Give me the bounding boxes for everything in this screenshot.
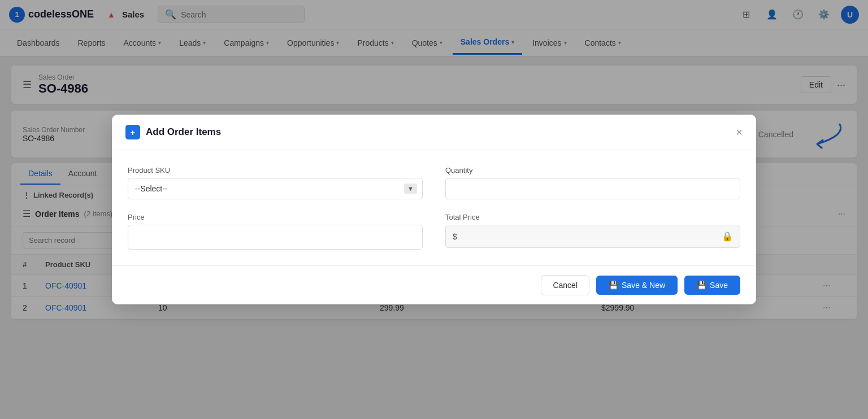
save-icon: 💾 [697,281,706,290]
price-group: Price [128,213,423,250]
save-new-label: Save & New [622,281,665,290]
lock-icon: 🔒 [715,225,740,247]
total-price-group: Total Price $ 🔒 [445,213,740,250]
total-price-label: Total Price [445,213,740,221]
save-label: Save [710,281,728,290]
product-sku-select[interactable]: --Select-- [128,178,423,199]
quantity-group: Quantity [445,166,740,199]
save-new-icon: 💾 [609,281,618,290]
total-price-input[interactable] [463,226,715,247]
save-button[interactable]: 💾 Save [684,276,740,295]
modal-overlay: + Add Order Items × Product SKU --Select… [0,0,868,419]
modal-title-text: Add Order Items [146,126,221,138]
form-grid: Product SKU --Select-- ▼ Quantity Price [128,166,740,250]
product-sku-label: Product SKU [128,166,423,174]
modal-close-button[interactable]: × [736,126,743,138]
total-price-wrapper: $ 🔒 [445,225,740,248]
modal-header: + Add Order Items × [112,115,756,150]
quantity-input[interactable] [445,178,740,199]
currency-symbol: $ [446,226,463,247]
modal-footer: Cancel 💾 Save & New 💾 Save [112,265,756,304]
cancel-button[interactable]: Cancel [541,275,589,295]
price-field [128,225,423,250]
price-label: Price [128,213,423,221]
quantity-label: Quantity [445,166,740,174]
modal-title-icon: + [125,125,140,139]
add-order-items-modal: + Add Order Items × Product SKU --Select… [112,115,756,304]
product-sku-group: Product SKU --Select-- ▼ [128,166,423,199]
save-and-new-button[interactable]: 💾 Save & New [596,276,678,295]
modal-title: + Add Order Items [125,125,221,139]
product-sku-select-wrapper: --Select-- ▼ [128,178,423,199]
modal-body: Product SKU --Select-- ▼ Quantity Price [112,150,756,261]
